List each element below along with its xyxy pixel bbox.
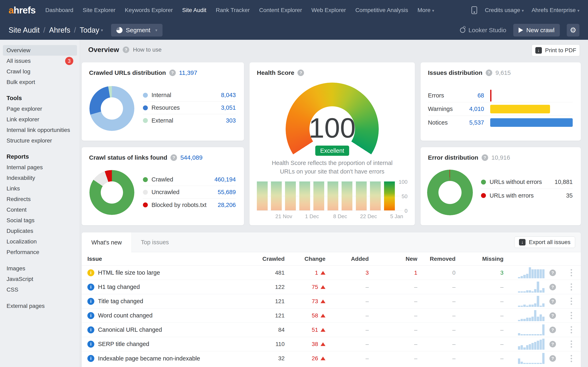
help-icon[interactable]: ?: [549, 355, 556, 362]
crawled-urls-donut-chart[interactable]: [89, 86, 134, 131]
health-score-history-chart[interactable]: [257, 182, 403, 210]
crawl-status-donut-chart[interactable]: [89, 170, 134, 215]
legend-item-uncrawled[interactable]: Uncrawled 55,689: [143, 186, 236, 199]
sidebar-item-images[interactable]: Images: [3, 263, 77, 274]
issues-row-warnings[interactable]: Warnings 4,010: [428, 102, 573, 116]
legend-item-blocked[interactable]: Blocked by robots.txt 28,206: [143, 199, 236, 211]
sidebar-item-links[interactable]: Links: [3, 183, 77, 194]
sidebar-item-javascript[interactable]: JavaScript: [3, 274, 77, 284]
row-menu-icon[interactable]: [567, 284, 576, 291]
help-icon[interactable]: ?: [169, 69, 176, 76]
y-axis-tick: 50: [397, 193, 407, 200]
x-axis-label: 1 Dec: [300, 213, 324, 220]
row-menu-icon[interactable]: [567, 298, 576, 305]
sidebar-item-internal-link-opportunities[interactable]: Internal link opportunities: [3, 125, 77, 135]
legend-item-urls-with-errors[interactable]: URLs with errors 35: [481, 189, 573, 202]
legend-item-urls-without-errors[interactable]: URLs without errors 10,881: [481, 175, 573, 189]
help-icon[interactable]: ?: [549, 327, 556, 333]
sidebar-item-social-tags[interactable]: Social tags: [3, 215, 77, 226]
print-to-pdf-button[interactable]: ↓ Print to PDF: [532, 44, 580, 56]
how-to-use-link[interactable]: How to use: [133, 47, 162, 53]
help-icon[interactable]: ?: [549, 284, 556, 290]
sidebar-item-duplicates[interactable]: Duplicates: [3, 226, 77, 236]
legend-dot: [481, 193, 486, 198]
health-score-description: Health Score reflects the proportion of …: [264, 159, 400, 176]
legend-item-internal[interactable]: Internal 8,043: [143, 89, 236, 101]
error-distribution-donut-chart[interactable]: [427, 170, 473, 215]
sidebar-heading-tools: Tools: [7, 95, 73, 101]
health-score-value: 100: [250, 114, 415, 142]
help-icon[interactable]: ?: [549, 312, 556, 319]
nav-web-explorer[interactable]: Web Explorer: [311, 7, 346, 13]
sidebar-item-external-pages[interactable]: External pages: [3, 301, 77, 311]
help-icon[interactable]: ?: [482, 154, 488, 161]
table-row[interactable]: SERP title changed 110 38 – – – – ?: [82, 337, 581, 351]
help-icon[interactable]: ?: [486, 69, 492, 76]
legend-item-resources[interactable]: Resources 3,051: [143, 101, 236, 114]
nav-site-audit[interactable]: Site Audit: [182, 7, 206, 13]
row-menu-icon[interactable]: [567, 312, 576, 319]
legend-item-crawled[interactable]: Crawled 460,194: [143, 173, 236, 186]
sidebar-item-indexability[interactable]: Indexability: [3, 173, 77, 183]
help-icon[interactable]: ?: [549, 341, 556, 347]
help-icon[interactable]: ?: [297, 69, 304, 76]
nav-more[interactable]: More▾: [417, 7, 434, 13]
crawled-urls-card: Crawled URLs distribution ? 11,397 Inter…: [82, 62, 244, 141]
row-menu-icon[interactable]: [567, 269, 576, 276]
sidebar-item-structure-explorer[interactable]: Structure explorer: [3, 135, 77, 146]
tab-top-issues[interactable]: Top issues: [141, 233, 169, 252]
nav-competitive-analysis[interactable]: Competitive Analysis: [355, 7, 408, 13]
download-icon: ↓: [519, 239, 526, 245]
device-icon[interactable]: [471, 6, 477, 14]
segment-dropdown[interactable]: Segment ▾: [111, 24, 163, 36]
ahrefs-logo[interactable]: ahrefs: [9, 5, 35, 16]
sidebar-item-css[interactable]: CSS: [3, 284, 77, 295]
issues-row-errors[interactable]: Errors 68: [428, 89, 573, 102]
settings-button[interactable]: ⚙: [567, 24, 579, 36]
breadcrumb-project[interactable]: Ahrefs: [49, 26, 70, 34]
row-menu-icon[interactable]: [567, 355, 576, 362]
export-all-issues-button[interactable]: ↓ Export all issues: [514, 236, 575, 248]
sidebar-item-page-explorer[interactable]: Page explorer: [3, 104, 77, 114]
help-icon[interactable]: ?: [549, 298, 556, 305]
sidebar-item-all-issues[interactable]: All issues3: [3, 56, 77, 66]
sidebar-item-localization[interactable]: Localization: [3, 236, 77, 247]
help-icon[interactable]: ?: [171, 154, 177, 161]
nav-content-explorer[interactable]: Content Explorer: [259, 7, 302, 13]
table-row[interactable]: Canonical URL changed 84 51 – – – – ?: [82, 323, 581, 337]
row-menu-icon[interactable]: [567, 326, 576, 333]
sidebar-item-performance[interactable]: Performance: [3, 247, 77, 258]
issues-row-notices[interactable]: Notices 5,537: [428, 116, 573, 129]
nav-rank-tracker[interactable]: Rank Tracker: [216, 7, 250, 13]
sidebar-item-overview[interactable]: Overview: [3, 45, 77, 56]
legend-item-external[interactable]: External 303: [143, 114, 236, 127]
sidebar-item-redirects[interactable]: Redirects: [3, 194, 77, 205]
sidebar-item-crawl-log[interactable]: Crawl log: [3, 66, 77, 77]
breadcrumb-site-audit[interactable]: Site Audit: [9, 26, 40, 34]
looker-studio-link[interactable]: Looker Studio: [460, 27, 506, 34]
sidebar-item-bulk-export[interactable]: Bulk export: [3, 77, 77, 87]
table-row[interactable]: Word count changed 121 58 – – – – ?: [82, 309, 581, 323]
row-menu-icon[interactable]: [567, 341, 576, 348]
nav-site-explorer[interactable]: Site Explorer: [83, 7, 115, 13]
table-row[interactable]: HTML file size too large 481 1 3 1 0 3 ?: [82, 266, 581, 280]
table-row[interactable]: Indexable page became non-indexable 32 2…: [82, 351, 581, 366]
table-row[interactable]: Title tag changed 121 73 – – – – ?: [82, 294, 581, 309]
sidebar-item-link-explorer[interactable]: Link explorer: [3, 114, 77, 125]
nav-keywords-explorer[interactable]: Keywords Explorer: [125, 7, 173, 13]
error-total: 10,916: [492, 154, 510, 161]
crawled-urls-total[interactable]: 11,397: [179, 69, 198, 76]
sidebar-item-content[interactable]: Content: [3, 205, 77, 215]
tab-whats-new[interactable]: What's new: [82, 233, 132, 252]
table-row[interactable]: H1 tag changed 122 75 – – – – ?: [82, 280, 581, 294]
account-menu[interactable]: Ahrefs Enterprise▾: [532, 7, 579, 13]
nav-dashboard[interactable]: Dashboard: [45, 7, 73, 13]
help-icon[interactable]: ?: [123, 47, 129, 53]
sidebar-item-internal-pages[interactable]: Internal pages: [3, 162, 77, 173]
chevron-down-icon: ▾: [101, 28, 103, 33]
breadcrumb-date-dropdown[interactable]: Today: [80, 26, 99, 34]
credits-usage-menu[interactable]: Credits usage▾: [485, 7, 524, 13]
new-crawl-button[interactable]: New crawl: [513, 24, 560, 36]
links-found-total[interactable]: 544,089: [180, 154, 202, 161]
help-icon[interactable]: ?: [549, 269, 556, 276]
